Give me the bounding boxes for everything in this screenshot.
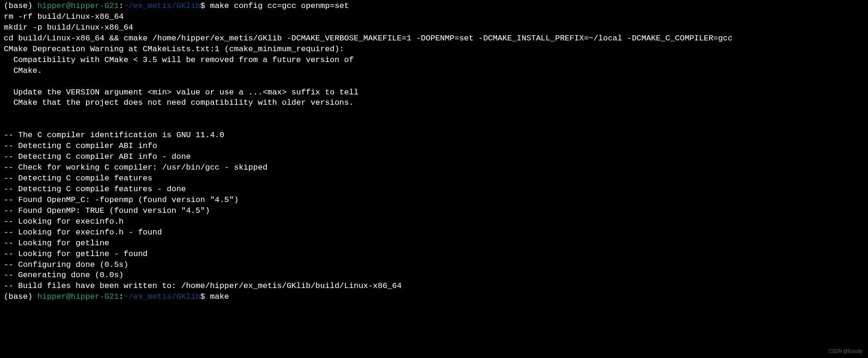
colon: : <box>119 1 124 10</box>
output-line: -- Detecting C compile features - done <box>4 184 864 195</box>
output-line: -- Configuring done (0.5s) <box>4 260 864 271</box>
colon: : <box>119 292 124 301</box>
command-output: rm -rf build/Linux-x86_64mkdir -p build/… <box>4 12 864 292</box>
output-line <box>4 77 864 87</box>
output-line: CMake. <box>4 66 864 77</box>
cwd-path: ~/ex_metis/GKlib <box>124 1 200 10</box>
command-text: make config cc=gcc openmp=set <box>210 1 349 10</box>
env-prefix: (base) <box>4 292 37 301</box>
output-line: -- The C compiler identification is GNU … <box>4 130 864 141</box>
watermark: CSDN @Eloudy <box>829 348 862 355</box>
output-line: cd build/Linux-x86_64 && cmake /home/hip… <box>4 33 864 44</box>
command-text: make <box>210 292 229 301</box>
output-line: -- Generating done (0.0s) <box>4 270 864 281</box>
output-line: CMake that the project does not need com… <box>4 98 864 109</box>
dollar-sign: $ <box>200 1 210 10</box>
dollar-sign: $ <box>200 292 210 301</box>
terminal-output[interactable]: (base) hipper@hipper-G21:~/ex_metis/GKli… <box>4 1 864 303</box>
output-line: -- Looking for execinfo.h <box>4 217 864 227</box>
output-line: -- Found OpenMP_C: -fopenmp (found versi… <box>4 195 864 206</box>
output-line: CMake Deprecation Warning at CMakeLists.… <box>4 44 864 55</box>
prompt-line-2: (base) hipper@hipper-G21:~/ex_metis/GKli… <box>4 292 864 303</box>
prompt-line-1: (base) hipper@hipper-G21:~/ex_metis/GKli… <box>4 1 864 12</box>
output-line: Compatibility with CMake < 3.5 will be r… <box>4 55 864 66</box>
output-line: -- Check for working C compiler: /usr/bi… <box>4 163 864 173</box>
output-line: -- Looking for getline <box>4 238 864 249</box>
output-line: -- Looking for execinfo.h - found <box>4 227 864 238</box>
output-line: -- Detecting C compiler ABI info <box>4 141 864 152</box>
output-line: -- Looking for getline - found <box>4 249 864 260</box>
output-line: -- Found OpenMP: TRUE (found version "4.… <box>4 206 864 217</box>
user-host: hipper@hipper-G21 <box>37 1 118 10</box>
output-line: -- Build files have been written to: /ho… <box>4 281 864 292</box>
output-line <box>4 119 864 130</box>
output-line: mkdir -p build/Linux-x86_64 <box>4 23 864 33</box>
cwd-path: ~/ex_metis/GKlib <box>124 292 200 301</box>
user-host: hipper@hipper-G21 <box>37 292 118 301</box>
output-line <box>4 109 864 119</box>
output-line: -- Detecting C compiler ABI info - done <box>4 152 864 163</box>
env-prefix: (base) <box>4 1 37 10</box>
output-line: Update the VERSION argument <min> value … <box>4 87 864 98</box>
output-line: -- Detecting C compile features <box>4 173 864 184</box>
output-line: rm -rf build/Linux-x86_64 <box>4 12 864 23</box>
